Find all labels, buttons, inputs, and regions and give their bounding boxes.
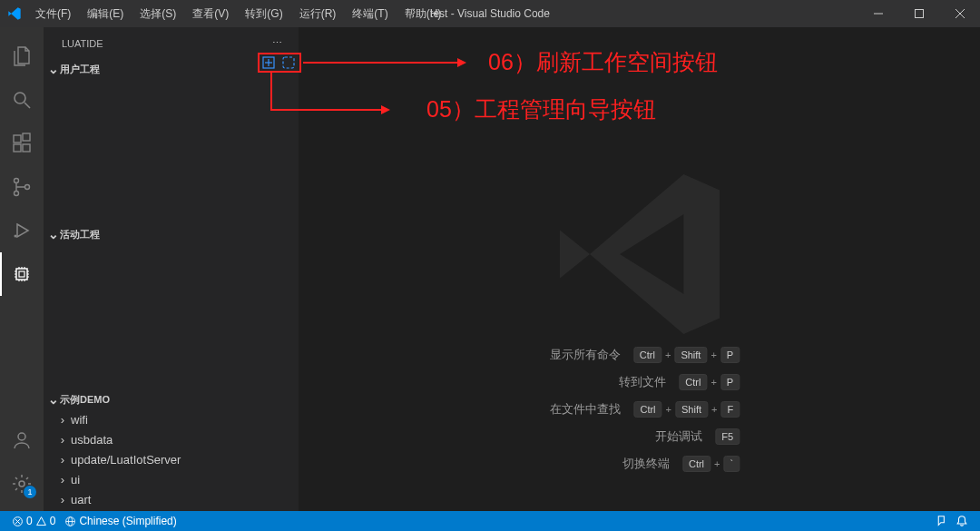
statusbar: 0 0 Chinese (Simplified) [0, 511, 980, 531]
key-sep: + [711, 404, 717, 415]
activity-extensions[interactable] [0, 122, 44, 165]
shortcut-label: 开始调试 [621, 428, 702, 445]
section-label: 活动工程 [60, 228, 100, 241]
account-icon [11, 429, 33, 451]
activity-source-control[interactable] [0, 165, 44, 209]
section-active-project[interactable]: ⌄ 活动工程 [44, 224, 299, 244]
activity-account[interactable] [0, 418, 44, 462]
tree-item[interactable]: ›usbdata [44, 429, 299, 449]
key: P [720, 374, 740, 390]
svg-rect-8 [23, 144, 30, 152]
activity-search[interactable] [0, 78, 44, 122]
main-area: 1 LUATIDE ⋯ ⌄ 用户工程 ⌄ 活动工程 ⌄ 示例DEMO ›wifi… [0, 27, 980, 511]
activity-bar: 1 [0, 27, 44, 511]
key-sep: + [666, 404, 671, 415]
shortcut-row: 开始调试 F5 [539, 428, 740, 445]
key: P [720, 347, 740, 363]
activity-luatide[interactable] [0, 252, 44, 296]
tree-item-label: uart [71, 493, 91, 506]
tree-item-label: ui [71, 473, 80, 487]
status-error-count: 0 [26, 515, 33, 527]
status-notifications[interactable] [951, 515, 973, 527]
menu-file[interactable]: 文件(F) [29, 0, 77, 27]
menu-select[interactable]: 选择(S) [133, 0, 182, 27]
activity-settings[interactable]: 1 [0, 462, 44, 506]
status-errors-warnings[interactable]: 0 0 [7, 511, 60, 531]
chevron-right-icon: › [56, 453, 69, 467]
svg-rect-6 [14, 135, 21, 143]
status-warning-count: 0 [50, 515, 56, 527]
svg-point-29 [19, 481, 24, 487]
chip-icon [11, 263, 33, 285]
key-sep: + [714, 458, 720, 469]
section-label: 示例DEMO [60, 393, 110, 407]
shortcut-label: 显示所有命令 [539, 347, 621, 363]
debug-icon [11, 220, 33, 241]
svg-point-11 [15, 192, 19, 196]
chevron-right-icon: › [56, 433, 69, 447]
window-controls [858, 0, 980, 27]
tree-item[interactable]: ›update/LuatIotServer [44, 449, 299, 469]
tree-item[interactable]: ›uart [44, 489, 299, 509]
settings-badge: 1 [24, 486, 36, 498]
bell-icon [956, 515, 968, 527]
svg-rect-1 [915, 10, 923, 18]
menu-terminal[interactable]: 终端(T) [346, 0, 394, 27]
tree-item[interactable]: ›wifi [44, 409, 299, 429]
titlebar: 文件(F) 编辑(E) 选择(S) 查看(V) 转到(G) 运行(R) 终端(T… [0, 0, 980, 27]
status-language[interactable]: Chinese (Simplified) [60, 511, 181, 531]
tree-item-label: update/LuatIotServer [71, 453, 181, 467]
shortcut-row: 在文件中查找 Ctrl+Shift+F [539, 401, 740, 418]
minimize-button[interactable] [858, 0, 898, 27]
key: ` [724, 456, 740, 472]
shortcut-row: 转到文件 Ctrl+P [539, 374, 740, 390]
key: Ctrl [633, 347, 662, 363]
shortcut-row: 切换终端 Ctrl+` [539, 456, 740, 472]
key: Shift [674, 347, 707, 363]
menu-edit[interactable]: 编辑(E) [81, 0, 130, 27]
chevron-right-icon: › [56, 413, 69, 427]
search-icon [11, 89, 33, 111]
shortcut-label: 切换终端 [588, 456, 670, 472]
activity-explorer[interactable] [0, 34, 44, 78]
section-user-project[interactable]: ⌄ 用户工程 [44, 59, 299, 79]
svg-rect-9 [23, 133, 30, 141]
status-feedback[interactable] [929, 515, 951, 527]
activity-run-debug[interactable] [0, 209, 44, 252]
chevron-down-icon: ⌄ [47, 392, 60, 407]
section-demo[interactable]: ⌄ 示例DEMO [44, 389, 299, 409]
svg-point-12 [25, 185, 30, 190]
user-project-content [44, 79, 299, 224]
key-sep: + [710, 377, 716, 388]
menu-view[interactable]: 查看(V) [186, 0, 235, 27]
key-sep: + [710, 349, 716, 360]
section-label: 用户工程 [60, 63, 100, 76]
chevron-down-icon: ⌄ [47, 62, 60, 76]
svg-point-10 [15, 179, 19, 183]
key-sep: + [665, 349, 671, 360]
tree-item[interactable]: ›ui [44, 469, 299, 489]
editor-area: 显示所有命令 Ctrl+Shift+P 转到文件 Ctrl+P 在文件中查找 C… [299, 27, 980, 511]
menu-run[interactable]: 运行(R) [293, 0, 343, 27]
active-project-content [44, 244, 299, 389]
svg-point-28 [18, 433, 25, 440]
svg-rect-15 [19, 271, 24, 277]
extensions-icon [11, 133, 33, 154]
sidebar-more-actions[interactable]: ⋯ [272, 37, 284, 49]
vscode-logo-icon [7, 6, 22, 21]
window-title: test - Visual Studio Code [430, 7, 550, 20]
key: Ctrl [633, 401, 662, 418]
key: Shift [675, 401, 708, 418]
chevron-down-icon: ⌄ [47, 227, 60, 241]
welcome-shortcuts: 显示所有命令 Ctrl+Shift+P 转到文件 Ctrl+P 在文件中查找 C… [539, 347, 740, 472]
close-button[interactable] [939, 0, 980, 27]
source-control-icon [11, 176, 33, 198]
svg-point-13 [15, 235, 17, 238]
sidebar-title: LUATIDE [62, 38, 103, 49]
key: Ctrl [682, 456, 710, 472]
feedback-icon [934, 515, 946, 527]
maximize-button[interactable] [898, 0, 939, 27]
key: Ctrl [679, 374, 707, 390]
sidebar: LUATIDE ⋯ ⌄ 用户工程 ⌄ 活动工程 ⌄ 示例DEMO ›wifi ›… [44, 27, 299, 511]
menu-goto[interactable]: 转到(G) [239, 0, 289, 27]
